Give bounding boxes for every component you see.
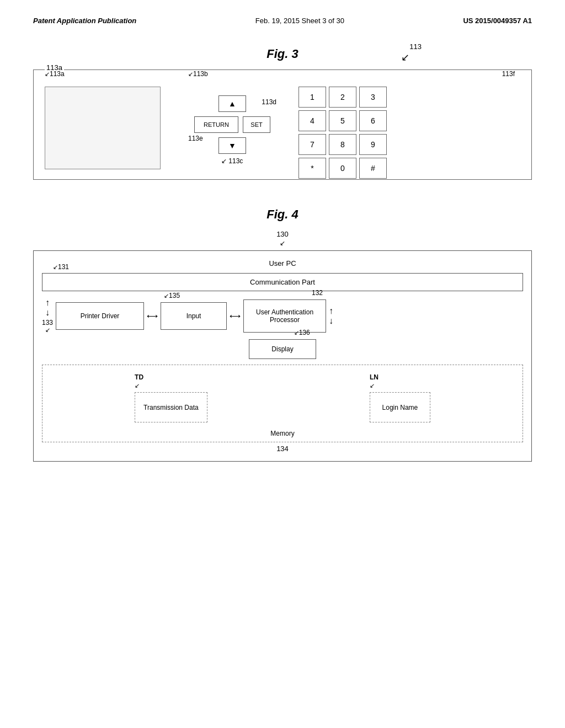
fig4-ref-130-arrow: ↙: [33, 239, 532, 247]
td-label: TD: [135, 373, 143, 381]
key-3[interactable]: 3: [359, 87, 387, 108]
ref-131: ↙131: [53, 263, 69, 271]
panel-113f: 113f 1 2 3 4 5 6 7 8 9 * 0 #: [299, 81, 520, 168]
ref-135-label: ↙135: [164, 292, 180, 299]
btn-return[interactable]: RETURN: [194, 116, 238, 133]
fig4-userpc-label: User PC: [42, 259, 523, 267]
key-0[interactable]: 0: [329, 158, 356, 179]
td-arrow: ↙: [135, 382, 140, 389]
key-hash[interactable]: #: [359, 158, 387, 179]
fig3-arrow-icon: ↙: [401, 51, 409, 63]
printer-driver-box: Printer Driver: [56, 302, 144, 330]
key-5[interactable]: 5: [329, 110, 356, 131]
header-center: Feb. 19, 2015 Sheet 3 of 30: [255, 17, 344, 25]
btn-down[interactable]: ▼: [218, 137, 246, 154]
key-star[interactable]: *: [299, 158, 326, 179]
horiz-arrow-input-auth: ⟷: [230, 312, 241, 320]
keypad: 1 2 3 4 5 6 7 8 9 * 0 #: [299, 87, 520, 179]
horiz-arrow-printer-input: ⟷: [147, 312, 158, 320]
key-4[interactable]: 4: [299, 110, 326, 131]
arrow-133-updown: ↑ ↓ 133 ↙: [42, 298, 53, 334]
ln-arrow: ↙: [370, 382, 375, 389]
figure-3: Fig. 3 113 ↙ 113a ↙113a ↙113b: [33, 47, 532, 180]
td-box: Transmission Data: [135, 392, 207, 422]
panel-113a-label: ↙113a: [45, 70, 65, 78]
ref-134: 134: [42, 445, 523, 453]
input-box: ↙135 Input: [161, 302, 227, 330]
page-header: Patent Application Publication Feb. 19, …: [33, 17, 532, 25]
panel-113b-label: ↙113b: [188, 70, 208, 78]
label-113d: 113d: [262, 98, 276, 106]
btn-set[interactable]: SET: [243, 116, 270, 133]
display-box: ↙136 Display: [249, 339, 316, 359]
key-1[interactable]: 1: [299, 87, 326, 108]
key-6[interactable]: 6: [359, 110, 387, 131]
ln-item: LN ↙ Login Name: [370, 373, 430, 422]
panel-113b: ↙113b ▲ 113d RETURN SET: [177, 81, 287, 168]
key-2[interactable]: 2: [329, 87, 356, 108]
ln-box: Login Name: [370, 392, 430, 422]
label-113c: ↙ 113c: [221, 157, 243, 165]
fig3-ref-main: 113: [409, 42, 422, 51]
ref-136-label: ↙136: [294, 329, 310, 336]
btn-up[interactable]: ▲: [218, 95, 246, 112]
header-right: US 2015/0049357 A1: [463, 17, 532, 25]
user-auth-box: 132 User Authentication Processor: [243, 299, 326, 333]
panel-113f-label: 113f: [502, 70, 515, 78]
figure-4: Fig. 4 130 ↙ User PC ↙131 Communication …: [33, 207, 532, 462]
td-item: TD ↙ Transmission Data: [135, 373, 207, 422]
page: Patent Application Publication Feb. 19, …: [0, 0, 565, 728]
label-113e: 113e: [188, 135, 203, 142]
panel-113a: ↙113a: [45, 81, 166, 168]
fig4-ref-130: 130: [33, 230, 532, 238]
key-8[interactable]: 8: [329, 134, 356, 155]
arrow-132-updown: ↑ ↓: [329, 306, 333, 326]
fig3-outer-box: 113a ↙113a ↙113b ▲ 113d: [33, 69, 532, 180]
key-9[interactable]: 9: [359, 134, 387, 155]
memory-section: TD ↙ Transmission Data LN ↙ Login Name M…: [42, 365, 523, 442]
comm-part-box: Communication Part: [42, 273, 523, 291]
display-row: ↙136 Display: [42, 339, 523, 359]
key-7[interactable]: 7: [299, 134, 326, 155]
header-left: Patent Application Publication: [33, 17, 136, 25]
memory-label: Memory: [270, 430, 294, 437]
fig3-title: Fig. 3: [266, 47, 298, 61]
ref-132-label: 132: [312, 289, 323, 297]
fig4-title: Fig. 4: [266, 207, 298, 221]
ln-label: LN: [370, 373, 379, 381]
screen-display: [45, 87, 161, 169]
fig4-outer-box: User PC ↙131 Communication Part ↑ ↓ 133 …: [33, 250, 532, 462]
